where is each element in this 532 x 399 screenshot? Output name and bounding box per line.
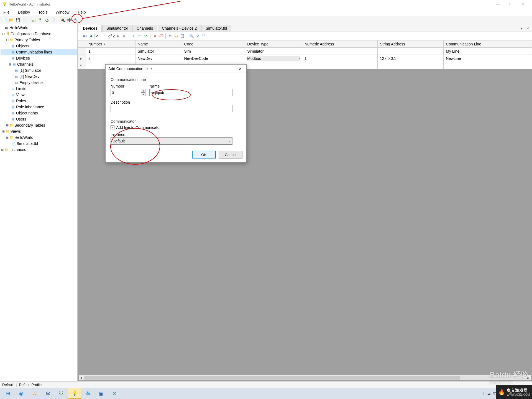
table-row[interactable]: 1SimulatorSimSimulatorMy Line xyxy=(78,48,532,55)
menu-window[interactable]: Window xyxy=(55,9,71,15)
cut-icon[interactable]: ✂ xyxy=(168,34,173,39)
delete-icon[interactable]: ✕ xyxy=(152,34,157,39)
menu-file[interactable]: File xyxy=(2,9,11,15)
tree-primary[interactable]: Primary Tables xyxy=(14,38,40,42)
tree-limits[interactable]: Limits xyxy=(16,86,27,91)
autosize-icon[interactable]: ☷ xyxy=(201,34,206,39)
minimize-button[interactable]: — xyxy=(492,0,504,8)
add-device-icon[interactable]: ➕ xyxy=(66,17,72,23)
col-line[interactable]: Communication Line xyxy=(444,40,532,48)
tree-views-node[interactable]: Views xyxy=(10,129,21,134)
tree-config-db[interactable]: Configuration Database xyxy=(10,32,52,36)
instance-select[interactable]: Default ▾ xyxy=(111,137,232,145)
tab-close-icon[interactable]: ✕ xyxy=(525,25,531,32)
cancel-button[interactable]: Cancel xyxy=(219,151,242,158)
refresh-icon[interactable]: ⟳ xyxy=(143,34,148,39)
tree-objrights[interactable]: Object rights xyxy=(16,111,39,115)
taskbar-network-icon[interactable]: 🖧 xyxy=(81,388,94,399)
prev-page-icon[interactable]: ◀ xyxy=(88,34,93,39)
tree-devices[interactable]: Devices xyxy=(16,56,30,60)
taskbar-mail-icon[interactable]: ✉ xyxy=(42,388,54,399)
new-icon[interactable]: 📄 xyxy=(2,17,7,23)
col-saddr[interactable]: String Address xyxy=(378,40,444,48)
tree-ch-empty[interactable]: Empty device xyxy=(19,80,43,85)
tray-onedrive-icon[interactable]: ☁ xyxy=(487,392,491,396)
tree-views-table[interactable]: Views xyxy=(16,93,27,97)
copy-icon[interactable]: ⿻ xyxy=(174,34,179,39)
tree-communication-lines[interactable]: Communication lines xyxy=(16,50,53,54)
close-button[interactable]: ✕ xyxy=(517,0,530,8)
paste-icon[interactable]: 📋 xyxy=(180,34,185,39)
maximize-button[interactable]: ☐ xyxy=(504,0,517,8)
taskbar-powershell-icon[interactable]: ▣ xyxy=(95,388,108,399)
undo-icon[interactable]: ↶ xyxy=(137,34,142,39)
ok-button[interactable]: OK xyxy=(192,151,216,158)
tree-channels[interactable]: Channels xyxy=(17,62,34,66)
tab-channels-dev2[interactable]: Channels - Device 2 xyxy=(158,25,201,32)
saveall-icon[interactable]: 🗃 xyxy=(22,17,27,23)
save-icon[interactable]: 💾 xyxy=(15,17,21,23)
settings-icon[interactable]: 🔧 xyxy=(73,17,79,23)
name-input[interactable] xyxy=(149,89,232,96)
taskbar-security-icon[interactable]: 🛡 xyxy=(55,388,68,399)
first-page-icon[interactable]: ⏮ xyxy=(82,34,87,39)
dialog-close-icon[interactable]: ✕ xyxy=(237,65,244,72)
tab-simulator-1[interactable]: Simulator.tbl xyxy=(102,25,132,32)
spin-up-icon[interactable]: ▲ xyxy=(141,89,145,93)
tab-simulator-2[interactable]: Simulator.tbl xyxy=(201,25,231,32)
next-page-icon[interactable]: ▶ xyxy=(116,34,121,39)
scroll-left-icon[interactable]: ◀ xyxy=(79,375,84,380)
tree-root[interactable]: HelloWorld xyxy=(9,25,29,30)
apply-icon[interactable]: ✔ xyxy=(131,34,136,39)
col-type[interactable]: Device Type xyxy=(245,40,302,48)
filter-icon[interactable]: ⧩ xyxy=(195,34,200,39)
tree-simulator-tbl[interactable]: Simulator.tbl xyxy=(16,141,39,146)
menu-deploy[interactable]: Deploy xyxy=(17,9,31,15)
chart-icon[interactable]: 📊 xyxy=(31,17,36,23)
menu-tools[interactable]: Tools xyxy=(37,9,48,15)
col-code[interactable]: Code xyxy=(182,40,245,48)
project-tree[interactable]: ▦HelloWorld ⊟🗄Configuration Database ⊟📁P… xyxy=(0,24,78,381)
open-icon[interactable]: 📂 xyxy=(8,17,14,23)
scroll-right-icon[interactable]: ▶ xyxy=(526,375,531,380)
tab-channels[interactable]: Channels xyxy=(132,25,157,32)
number-input[interactable] xyxy=(111,89,141,96)
tree-objects[interactable]: Objects xyxy=(16,44,30,48)
find-icon[interactable]: 🔍 xyxy=(189,34,194,39)
col-naddr[interactable]: Numeric Address xyxy=(302,40,377,48)
last-page-icon[interactable]: ⏭ xyxy=(122,34,127,39)
page-number-input[interactable] xyxy=(94,33,107,39)
horizontal-scrollbar[interactable]: ◀ ▶ xyxy=(79,375,531,380)
col-name[interactable]: Name xyxy=(135,40,182,48)
description-input[interactable] xyxy=(111,105,232,112)
taskbar-vscode-icon[interactable]: ⨯ xyxy=(108,388,121,399)
tree-ch1[interactable]: [1] Simulator xyxy=(19,68,42,73)
tree-roles[interactable]: Roles xyxy=(16,99,27,103)
tray-bluetooth-icon[interactable]: ᚼ xyxy=(483,392,485,396)
add-line-checkbox[interactable]: ✓ xyxy=(111,126,114,129)
taskbar-explorer-icon[interactable]: 🗂 xyxy=(28,388,41,399)
chevron-down-icon[interactable]: ▾ xyxy=(298,57,300,60)
help-icon[interactable]: ❔ xyxy=(51,17,56,23)
clear-icon[interactable]: ⌫ xyxy=(158,34,163,39)
tab-menu-icon[interactable]: ▾ xyxy=(519,25,524,32)
col-number[interactable]: Number xyxy=(88,42,102,46)
tree-helloworld[interactable]: HelloWorld xyxy=(14,135,34,140)
tree-instances[interactable]: Instances xyxy=(9,147,27,152)
menu-help[interactable]: Help xyxy=(77,9,87,15)
table-row[interactable]: ▸ 2NewDevNewDevCode Modbus▾ 1127.0.0.1Ne… xyxy=(78,55,532,62)
tab-devices[interactable]: Devices xyxy=(79,25,102,32)
import-icon[interactable]: ⭯ xyxy=(44,17,50,23)
group-communication-line: Communication Line xyxy=(111,77,241,82)
tree-roleinh[interactable]: Role inheritance xyxy=(16,105,45,109)
spin-down-icon[interactable]: ▼ xyxy=(141,93,145,96)
export-icon[interactable]: ⭱ xyxy=(37,17,43,23)
tree-secondary[interactable]: Secondary Tables xyxy=(14,123,46,127)
tree-users[interactable]: Users xyxy=(16,117,27,121)
taskbar-edge-icon[interactable]: ◉ xyxy=(15,388,28,399)
start-icon[interactable]: ⊞ xyxy=(2,388,14,399)
sort-asc-icon: ▲ xyxy=(103,42,106,45)
add-line-wizard-icon[interactable]: 🔌+ xyxy=(60,17,65,23)
tree-ch2[interactable]: [2] NewDev xyxy=(19,74,40,79)
taskbar-administrator-icon[interactable]: 💡 xyxy=(68,388,81,399)
